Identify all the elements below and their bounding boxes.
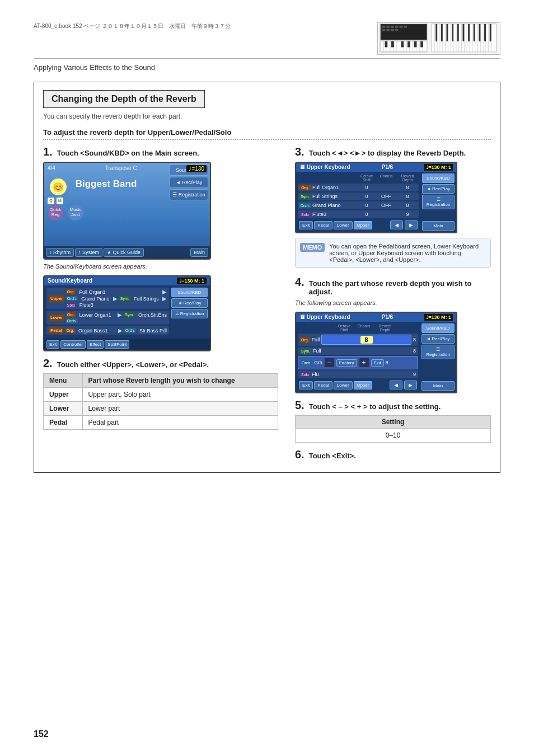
system-btn[interactable]: ↑ System bbox=[75, 248, 102, 257]
setting-header: Setting bbox=[296, 416, 490, 429]
main-screen-transpose: Transpose C bbox=[105, 165, 137, 172]
skbd-effect-btn[interactable]: Effect bbox=[87, 340, 104, 349]
svg-rect-18 bbox=[395, 26, 399, 28]
svg-rect-71 bbox=[441, 24, 443, 41]
adj-exit-btn2[interactable]: Exit bbox=[371, 359, 384, 367]
skbd-tempo: ♩=130 M: 1 bbox=[177, 278, 207, 284]
svg-rect-79 bbox=[484, 24, 486, 41]
svg-rect-44 bbox=[420, 41, 423, 48]
rhythm-btn[interactable]: ♪ Rhythm bbox=[46, 248, 74, 257]
main-screen-band: Biggest Band bbox=[44, 179, 168, 190]
svg-rect-15 bbox=[382, 26, 386, 28]
right-recplay[interactable]: ◄ Rec/Play bbox=[422, 184, 455, 194]
right-main[interactable]: Main bbox=[422, 221, 455, 231]
step-2-heading: 2. Touch either <Upper>, <Lower>, or <Pe… bbox=[43, 357, 278, 370]
svg-rect-41 bbox=[401, 41, 404, 48]
upper-kbd-screen-p1: 🖥 Upper Keyboard P1/6 ♩=130 M: 1 OctaveS… bbox=[295, 162, 457, 233]
skbd-exit-btn[interactable]: Exit bbox=[46, 340, 59, 349]
svg-rect-22 bbox=[386, 29, 390, 31]
skbd-pedal-label: Pedal bbox=[49, 327, 63, 334]
setting-table: Setting 0–10 bbox=[295, 415, 491, 443]
right-soundkbd[interactable]: Sound/KBD bbox=[422, 173, 455, 183]
svg-rect-70 bbox=[435, 24, 437, 41]
svg-rect-43 bbox=[414, 41, 417, 48]
skbd-recplay-btn[interactable]: ◄ Rec/Play bbox=[171, 298, 208, 308]
svg-rect-72 bbox=[447, 24, 448, 41]
recplay-button[interactable]: ◄ Rec/Play bbox=[170, 177, 208, 188]
svg-rect-17 bbox=[391, 26, 394, 28]
svg-rect-80 bbox=[490, 24, 491, 41]
adj-factory-btn[interactable]: Factory bbox=[336, 359, 357, 367]
skbd-soundkbd-btn[interactable]: Sound/KBD bbox=[171, 288, 208, 297]
sub-heading: To adjust the reverb depth for Upper/Low… bbox=[43, 128, 491, 140]
svg-rect-24 bbox=[395, 29, 399, 31]
table-header-part: Part whose Reverb length you wish to cha… bbox=[82, 374, 278, 388]
skbd-controller-btn[interactable]: Controller bbox=[60, 340, 86, 349]
svg-rect-75 bbox=[462, 24, 464, 41]
header-text: AT-800_e.book 152 ページ ２０１８年１０月１５日 水曜日 午前… bbox=[34, 22, 231, 30]
page-header: AT-800_e.book 152 ページ ２０１８年１０月１５日 水曜日 午前… bbox=[34, 22, 500, 59]
adj-plus-btn[interactable]: + bbox=[359, 358, 369, 368]
keyboard-graphic bbox=[377, 22, 500, 55]
adj-title: 🖥 Upper Keyboard bbox=[299, 314, 350, 321]
adj-right-main[interactable]: Main bbox=[421, 381, 455, 391]
main-title: Changing the Depth of the Reverb bbox=[43, 90, 205, 108]
upper-lower-tab[interactable]: Lower bbox=[334, 221, 353, 229]
adj-tempo: ♩=130 M: 1 bbox=[424, 314, 453, 321]
svg-rect-21 bbox=[382, 29, 386, 31]
svg-rect-78 bbox=[479, 24, 480, 41]
caption-sound-kbd: The Sound/Keyboard screen appears. bbox=[43, 263, 278, 270]
menu-table: Menu Part whose Reverb length you wish t… bbox=[43, 373, 278, 430]
adj-minus-btn[interactable]: – bbox=[324, 358, 335, 368]
skbd-title: Sound/Keyboard bbox=[48, 278, 92, 284]
upper-page: P1/6 bbox=[382, 164, 394, 171]
upper-exit-btn[interactable]: Exit bbox=[299, 221, 313, 229]
nav-right-arrow[interactable]: ► bbox=[405, 220, 418, 229]
sound-kbd-screen: Sound/Keyboard ♩=130 M: 1 Upper Org. bbox=[43, 275, 211, 351]
main-btn[interactable]: Main bbox=[190, 248, 208, 257]
upper-upper-tab[interactable]: Upper bbox=[354, 221, 373, 229]
quickguide-btn[interactable]: ★ Quick Guide bbox=[104, 248, 144, 257]
upper-title: 🖥 Upper Keyboard bbox=[299, 164, 350, 171]
memo-text: You can open the Pedalboard screen, Lowe… bbox=[329, 243, 486, 263]
svg-rect-20 bbox=[404, 26, 407, 28]
adj-right-soundkbd[interactable]: Sound/KBD bbox=[421, 323, 455, 333]
svg-rect-74 bbox=[457, 24, 459, 41]
adjust-screen: 🖥 Upper Keyboard P1/6 ♩=130 M: 1 OctaveS… bbox=[295, 312, 457, 393]
table-row: Upper Upper part, Solo part bbox=[44, 388, 278, 402]
main-screen-mockup: 4/4 Transpose C ♩=130 😊 Biggest Band Q M bbox=[43, 162, 211, 260]
table-row: Lower Lower part bbox=[44, 402, 278, 416]
adj-lower-tab[interactable]: Lower bbox=[334, 381, 353, 389]
registration-button[interactable]: ☰ Registration bbox=[170, 189, 208, 200]
upper-pedal-tab[interactable]: Pedal bbox=[314, 221, 332, 229]
svg-rect-40 bbox=[391, 41, 394, 48]
svg-rect-76 bbox=[468, 24, 470, 41]
adj-val-1: 8 bbox=[360, 336, 373, 344]
svg-rect-77 bbox=[474, 24, 475, 41]
adj-nav-right[interactable]: ► bbox=[404, 381, 417, 389]
nav-left-arrow[interactable]: ◄ bbox=[390, 220, 403, 229]
memo-box: MEMO You can open the Pedalboard screen,… bbox=[295, 238, 491, 268]
subtitle: You can specify the reverb depth for eac… bbox=[43, 112, 491, 120]
right-reg[interactable]: ☰ Registration bbox=[422, 195, 455, 209]
main-screen-tempo: ♩=130 bbox=[186, 165, 207, 172]
skbd-reg-btn[interactable]: ☰ Registration bbox=[171, 309, 208, 318]
table-row: Pedal Pedal part bbox=[44, 416, 278, 430]
main-screen-beat: 4/4 bbox=[48, 165, 55, 172]
svg-rect-16 bbox=[386, 26, 390, 28]
adj-nav-left[interactable]: ◄ bbox=[390, 381, 402, 389]
adj-upper-tab[interactable]: Upper bbox=[354, 381, 373, 389]
skbd-splitpoint-btn[interactable]: SplitPoint bbox=[105, 340, 129, 349]
skbd-lower-label: Lower bbox=[49, 314, 64, 321]
setting-value: 0–10 bbox=[296, 429, 490, 442]
adj-pedal-tab[interactable]: Pedal bbox=[314, 381, 332, 389]
adj-exit-footer[interactable]: Exit bbox=[299, 381, 313, 389]
table-header-menu: Menu bbox=[44, 374, 83, 388]
step-6-heading: 6. Touch <Exit>. bbox=[295, 448, 491, 461]
step-5-heading: 5. Touch < – > < + > to adjust the setti… bbox=[295, 399, 491, 412]
svg-rect-39 bbox=[385, 41, 387, 48]
svg-rect-42 bbox=[407, 41, 410, 48]
adj-right-reg[interactable]: ☰ Registration bbox=[421, 345, 455, 359]
adj-right-recplay[interactable]: ◄ Rec/Play bbox=[421, 334, 455, 344]
svg-rect-73 bbox=[452, 24, 453, 41]
